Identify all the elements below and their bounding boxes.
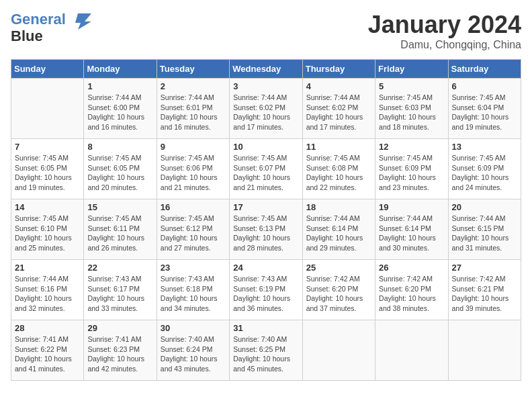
- calendar-cell: 4Sunrise: 7:44 AM Sunset: 6:02 PM Daylig…: [302, 79, 375, 139]
- calendar-cell: 8Sunrise: 7:45 AM Sunset: 6:05 PM Daylig…: [84, 139, 157, 199]
- calendar-cell: 14Sunrise: 7:45 AM Sunset: 6:10 PM Dayli…: [11, 199, 84, 260]
- calendar-cell: 11Sunrise: 7:45 AM Sunset: 6:08 PM Dayli…: [302, 139, 375, 199]
- day-info: Sunrise: 7:44 AM Sunset: 6:14 PM Dayligh…: [379, 214, 444, 253]
- day-number: 28: [15, 323, 80, 333]
- day-number: 6: [452, 81, 517, 91]
- location-subtitle: Damu, Chongqing, China: [368, 39, 521, 51]
- day-info: Sunrise: 7:40 AM Sunset: 6:24 PM Dayligh…: [161, 334, 226, 374]
- day-info: Sunrise: 7:42 AM Sunset: 6:21 PM Dayligh…: [452, 274, 517, 314]
- day-info: Sunrise: 7:45 AM Sunset: 6:08 PM Dayligh…: [306, 153, 371, 193]
- day-info: Sunrise: 7:45 AM Sunset: 6:05 PM Dayligh…: [87, 153, 152, 193]
- calendar-cell: [302, 320, 375, 381]
- weekday-header-cell: Thursday: [302, 60, 375, 79]
- day-number: 7: [15, 142, 80, 152]
- day-info: Sunrise: 7:44 AM Sunset: 6:00 PM Dayligh…: [87, 93, 152, 132]
- day-number: 8: [87, 142, 152, 152]
- day-number: 19: [379, 202, 444, 212]
- day-info: Sunrise: 7:43 AM Sunset: 6:18 PM Dayligh…: [161, 274, 226, 314]
- day-info: Sunrise: 7:45 AM Sunset: 6:11 PM Dayligh…: [87, 214, 152, 253]
- day-info: Sunrise: 7:43 AM Sunset: 6:19 PM Dayligh…: [233, 274, 298, 314]
- calendar-cell: 24Sunrise: 7:43 AM Sunset: 6:19 PM Dayli…: [230, 260, 302, 320]
- day-number: 30: [161, 323, 226, 333]
- logo: General Blue: [11, 11, 93, 44]
- logo-icon: [71, 11, 91, 30]
- calendar-cell: 9Sunrise: 7:45 AM Sunset: 6:06 PM Daylig…: [157, 139, 229, 199]
- day-number: 27: [452, 263, 517, 273]
- page-header: General Blue January 2024 Damu, Chongqin…: [11, 11, 521, 51]
- calendar-cell: 23Sunrise: 7:43 AM Sunset: 6:18 PM Dayli…: [157, 260, 229, 320]
- day-info: Sunrise: 7:44 AM Sunset: 6:02 PM Dayligh…: [306, 93, 371, 132]
- calendar-cell: 19Sunrise: 7:44 AM Sunset: 6:14 PM Dayli…: [375, 199, 448, 260]
- day-info: Sunrise: 7:44 AM Sunset: 6:15 PM Dayligh…: [452, 214, 517, 253]
- calendar-cell: 25Sunrise: 7:42 AM Sunset: 6:20 PM Dayli…: [302, 260, 375, 320]
- day-number: 21: [15, 263, 80, 273]
- day-number: 23: [161, 263, 226, 273]
- calendar-week-row: 7Sunrise: 7:45 AM Sunset: 6:05 PM Daylig…: [11, 139, 521, 199]
- day-number: 14: [15, 202, 80, 212]
- svg-marker-0: [75, 13, 91, 30]
- day-number: 4: [306, 81, 371, 91]
- day-info: Sunrise: 7:45 AM Sunset: 6:05 PM Dayligh…: [15, 153, 80, 193]
- day-info: Sunrise: 7:44 AM Sunset: 6:01 PM Dayligh…: [161, 93, 226, 132]
- calendar-cell: 13Sunrise: 7:45 AM Sunset: 6:09 PM Dayli…: [448, 139, 521, 199]
- weekday-header-cell: Wednesday: [230, 60, 302, 79]
- title-block: January 2024 Damu, Chongqing, China: [368, 11, 521, 51]
- calendar-cell: 26Sunrise: 7:42 AM Sunset: 6:20 PM Dayli…: [375, 260, 448, 320]
- day-number: 12: [379, 142, 444, 152]
- calendar-cell: 22Sunrise: 7:43 AM Sunset: 6:17 PM Dayli…: [84, 260, 157, 320]
- day-number: 26: [379, 263, 444, 273]
- calendar-cell: 21Sunrise: 7:44 AM Sunset: 6:16 PM Dayli…: [11, 260, 84, 320]
- day-number: 20: [452, 202, 517, 212]
- calendar-cell: [448, 320, 521, 381]
- calendar-cell: 7Sunrise: 7:45 AM Sunset: 6:05 PM Daylig…: [11, 139, 84, 199]
- calendar-cell: 30Sunrise: 7:40 AM Sunset: 6:24 PM Dayli…: [157, 320, 229, 381]
- day-number: 9: [161, 142, 226, 152]
- month-title: January 2024: [368, 11, 521, 39]
- day-number: 11: [306, 142, 371, 152]
- calendar-table: SundayMondayTuesdayWednesdayThursdayFrid…: [11, 59, 521, 381]
- day-number: 15: [87, 202, 152, 212]
- calendar-cell: 28Sunrise: 7:41 AM Sunset: 6:22 PM Dayli…: [11, 320, 84, 381]
- weekday-header-cell: Tuesday: [157, 60, 229, 79]
- day-info: Sunrise: 7:44 AM Sunset: 6:16 PM Dayligh…: [15, 274, 80, 314]
- calendar-cell: 3Sunrise: 7:44 AM Sunset: 6:02 PM Daylig…: [230, 79, 302, 139]
- weekday-header-row: SundayMondayTuesdayWednesdayThursdayFrid…: [11, 60, 521, 79]
- day-info: Sunrise: 7:45 AM Sunset: 6:10 PM Dayligh…: [15, 214, 80, 253]
- day-info: Sunrise: 7:44 AM Sunset: 6:02 PM Dayligh…: [233, 93, 298, 132]
- logo-text: General: [11, 11, 93, 30]
- calendar-body: 1Sunrise: 7:44 AM Sunset: 6:00 PM Daylig…: [11, 79, 521, 381]
- day-number: 10: [233, 142, 298, 152]
- calendar-cell: 16Sunrise: 7:45 AM Sunset: 6:12 PM Dayli…: [157, 199, 229, 260]
- day-info: Sunrise: 7:45 AM Sunset: 6:12 PM Dayligh…: [161, 214, 226, 253]
- day-info: Sunrise: 7:41 AM Sunset: 6:23 PM Dayligh…: [87, 334, 152, 374]
- day-number: 5: [379, 81, 444, 91]
- calendar-week-row: 1Sunrise: 7:44 AM Sunset: 6:00 PM Daylig…: [11, 79, 521, 139]
- calendar-week-row: 28Sunrise: 7:41 AM Sunset: 6:22 PM Dayli…: [11, 320, 521, 381]
- day-number: 25: [306, 263, 371, 273]
- weekday-header-cell: Sunday: [11, 60, 84, 79]
- weekday-header-cell: Friday: [375, 60, 448, 79]
- day-info: Sunrise: 7:42 AM Sunset: 6:20 PM Dayligh…: [379, 274, 444, 314]
- day-number: 3: [233, 81, 298, 91]
- day-number: 13: [452, 142, 517, 152]
- day-info: Sunrise: 7:43 AM Sunset: 6:17 PM Dayligh…: [87, 274, 152, 314]
- calendar-cell: 6Sunrise: 7:45 AM Sunset: 6:04 PM Daylig…: [448, 79, 521, 139]
- calendar-week-row: 14Sunrise: 7:45 AM Sunset: 6:10 PM Dayli…: [11, 199, 521, 260]
- day-number: 17: [233, 202, 298, 212]
- day-number: 29: [87, 323, 152, 333]
- logo-blue: Blue: [11, 28, 93, 44]
- day-info: Sunrise: 7:45 AM Sunset: 6:06 PM Dayligh…: [161, 153, 226, 193]
- calendar-week-row: 21Sunrise: 7:44 AM Sunset: 6:16 PM Dayli…: [11, 260, 521, 320]
- day-info: Sunrise: 7:45 AM Sunset: 6:07 PM Dayligh…: [233, 153, 298, 193]
- weekday-header-cell: Saturday: [448, 60, 521, 79]
- day-info: Sunrise: 7:45 AM Sunset: 6:09 PM Dayligh…: [452, 153, 517, 193]
- day-number: 22: [87, 263, 152, 273]
- day-number: 18: [306, 202, 371, 212]
- calendar-cell: 20Sunrise: 7:44 AM Sunset: 6:15 PM Dayli…: [448, 199, 521, 260]
- day-info: Sunrise: 7:44 AM Sunset: 6:14 PM Dayligh…: [306, 214, 371, 253]
- weekday-header-cell: Monday: [84, 60, 157, 79]
- day-info: Sunrise: 7:45 AM Sunset: 6:04 PM Dayligh…: [452, 93, 517, 132]
- calendar-cell: 1Sunrise: 7:44 AM Sunset: 6:00 PM Daylig…: [84, 79, 157, 139]
- calendar-cell: 27Sunrise: 7:42 AM Sunset: 6:21 PM Dayli…: [448, 260, 521, 320]
- calendar-cell: 12Sunrise: 7:45 AM Sunset: 6:09 PM Dayli…: [375, 139, 448, 199]
